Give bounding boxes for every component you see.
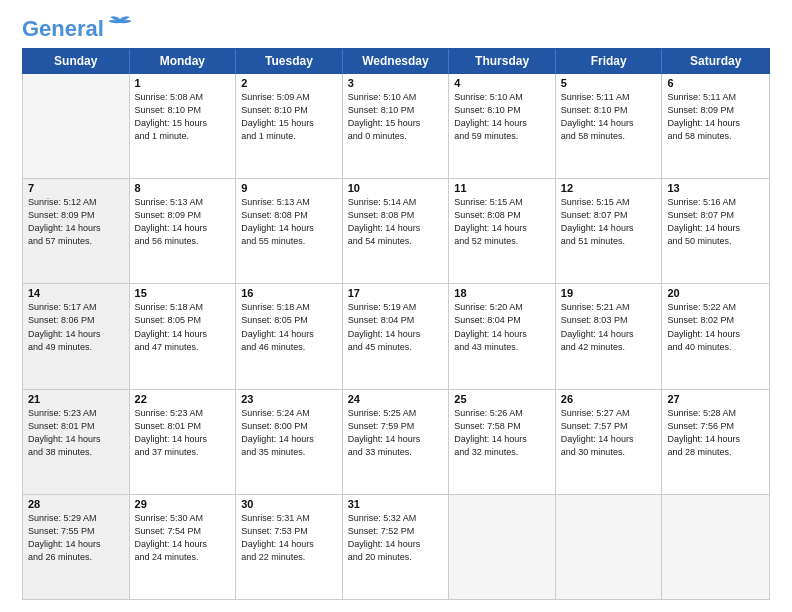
day-number: 9 <box>241 182 337 194</box>
cell-info: Sunrise: 5:29 AM Sunset: 7:55 PM Dayligh… <box>28 512 124 564</box>
calendar-row: 7Sunrise: 5:12 AM Sunset: 8:09 PM Daylig… <box>23 179 769 284</box>
cell-info: Sunrise: 5:17 AM Sunset: 8:06 PM Dayligh… <box>28 301 124 353</box>
day-number: 29 <box>135 498 231 510</box>
day-number: 23 <box>241 393 337 405</box>
day-number: 5 <box>561 77 657 89</box>
cell-info: Sunrise: 5:18 AM Sunset: 8:05 PM Dayligh… <box>135 301 231 353</box>
calendar-cell: 19Sunrise: 5:21 AM Sunset: 8:03 PM Dayli… <box>556 284 663 388</box>
cell-info: Sunrise: 5:26 AM Sunset: 7:58 PM Dayligh… <box>454 407 550 459</box>
day-number: 15 <box>135 287 231 299</box>
calendar-cell: 17Sunrise: 5:19 AM Sunset: 8:04 PM Dayli… <box>343 284 450 388</box>
calendar-cell: 28Sunrise: 5:29 AM Sunset: 7:55 PM Dayli… <box>23 495 130 599</box>
calendar-cell: 20Sunrise: 5:22 AM Sunset: 8:02 PM Dayli… <box>662 284 769 388</box>
logo-text: General <box>22 18 104 40</box>
day-number: 14 <box>28 287 124 299</box>
logo: General <box>22 18 134 38</box>
cell-info: Sunrise: 5:15 AM Sunset: 8:08 PM Dayligh… <box>454 196 550 248</box>
calendar-cell: 12Sunrise: 5:15 AM Sunset: 8:07 PM Dayli… <box>556 179 663 283</box>
calendar-row: 1Sunrise: 5:08 AM Sunset: 8:10 PM Daylig… <box>23 74 769 179</box>
calendar-cell: 10Sunrise: 5:14 AM Sunset: 8:08 PM Dayli… <box>343 179 450 283</box>
day-number: 22 <box>135 393 231 405</box>
cell-info: Sunrise: 5:08 AM Sunset: 8:10 PM Dayligh… <box>135 91 231 143</box>
calendar-row: 14Sunrise: 5:17 AM Sunset: 8:06 PM Dayli… <box>23 284 769 389</box>
day-number: 13 <box>667 182 764 194</box>
cell-info: Sunrise: 5:12 AM Sunset: 8:09 PM Dayligh… <box>28 196 124 248</box>
cell-info: Sunrise: 5:27 AM Sunset: 7:57 PM Dayligh… <box>561 407 657 459</box>
day-number: 30 <box>241 498 337 510</box>
calendar-cell <box>662 495 769 599</box>
cell-info: Sunrise: 5:31 AM Sunset: 7:53 PM Dayligh… <box>241 512 337 564</box>
calendar-cell: 5Sunrise: 5:11 AM Sunset: 8:10 PM Daylig… <box>556 74 663 178</box>
day-number: 10 <box>348 182 444 194</box>
calendar-cell: 7Sunrise: 5:12 AM Sunset: 8:09 PM Daylig… <box>23 179 130 283</box>
weekday-header: Sunday <box>23 49 130 73</box>
calendar-cell: 25Sunrise: 5:26 AM Sunset: 7:58 PM Dayli… <box>449 390 556 494</box>
weekday-header: Tuesday <box>236 49 343 73</box>
day-number: 27 <box>667 393 764 405</box>
cell-info: Sunrise: 5:10 AM Sunset: 8:10 PM Dayligh… <box>454 91 550 143</box>
calendar-cell: 15Sunrise: 5:18 AM Sunset: 8:05 PM Dayli… <box>130 284 237 388</box>
calendar: SundayMondayTuesdayWednesdayThursdayFrid… <box>22 48 770 600</box>
day-number: 28 <box>28 498 124 510</box>
calendar-cell: 4Sunrise: 5:10 AM Sunset: 8:10 PM Daylig… <box>449 74 556 178</box>
weekday-header: Thursday <box>449 49 556 73</box>
weekday-header: Monday <box>130 49 237 73</box>
cell-info: Sunrise: 5:15 AM Sunset: 8:07 PM Dayligh… <box>561 196 657 248</box>
cell-info: Sunrise: 5:22 AM Sunset: 8:02 PM Dayligh… <box>667 301 764 353</box>
cell-info: Sunrise: 5:13 AM Sunset: 8:08 PM Dayligh… <box>241 196 337 248</box>
calendar-cell: 22Sunrise: 5:23 AM Sunset: 8:01 PM Dayli… <box>130 390 237 494</box>
cell-info: Sunrise: 5:16 AM Sunset: 8:07 PM Dayligh… <box>667 196 764 248</box>
cell-info: Sunrise: 5:23 AM Sunset: 8:01 PM Dayligh… <box>28 407 124 459</box>
calendar-cell <box>449 495 556 599</box>
cell-info: Sunrise: 5:13 AM Sunset: 8:09 PM Dayligh… <box>135 196 231 248</box>
day-number: 2 <box>241 77 337 89</box>
page: General SundayMondayTuesdayWednesdayThur… <box>0 0 792 612</box>
day-number: 24 <box>348 393 444 405</box>
day-number: 6 <box>667 77 764 89</box>
logo-bird-icon <box>106 15 134 35</box>
day-number: 11 <box>454 182 550 194</box>
day-number: 21 <box>28 393 124 405</box>
calendar-cell: 16Sunrise: 5:18 AM Sunset: 8:05 PM Dayli… <box>236 284 343 388</box>
day-number: 31 <box>348 498 444 510</box>
day-number: 1 <box>135 77 231 89</box>
cell-info: Sunrise: 5:32 AM Sunset: 7:52 PM Dayligh… <box>348 512 444 564</box>
calendar-cell <box>23 74 130 178</box>
calendar-cell: 30Sunrise: 5:31 AM Sunset: 7:53 PM Dayli… <box>236 495 343 599</box>
cell-info: Sunrise: 5:21 AM Sunset: 8:03 PM Dayligh… <box>561 301 657 353</box>
header: General <box>22 18 770 38</box>
calendar-cell: 1Sunrise: 5:08 AM Sunset: 8:10 PM Daylig… <box>130 74 237 178</box>
cell-info: Sunrise: 5:18 AM Sunset: 8:05 PM Dayligh… <box>241 301 337 353</box>
cell-info: Sunrise: 5:25 AM Sunset: 7:59 PM Dayligh… <box>348 407 444 459</box>
weekday-header: Saturday <box>662 49 769 73</box>
cell-info: Sunrise: 5:20 AM Sunset: 8:04 PM Dayligh… <box>454 301 550 353</box>
cell-info: Sunrise: 5:24 AM Sunset: 8:00 PM Dayligh… <box>241 407 337 459</box>
calendar-cell: 29Sunrise: 5:30 AM Sunset: 7:54 PM Dayli… <box>130 495 237 599</box>
cell-info: Sunrise: 5:14 AM Sunset: 8:08 PM Dayligh… <box>348 196 444 248</box>
day-number: 26 <box>561 393 657 405</box>
cell-info: Sunrise: 5:09 AM Sunset: 8:10 PM Dayligh… <box>241 91 337 143</box>
weekday-header: Friday <box>556 49 663 73</box>
calendar-header: SundayMondayTuesdayWednesdayThursdayFrid… <box>22 48 770 74</box>
calendar-cell: 31Sunrise: 5:32 AM Sunset: 7:52 PM Dayli… <box>343 495 450 599</box>
calendar-cell: 27Sunrise: 5:28 AM Sunset: 7:56 PM Dayli… <box>662 390 769 494</box>
calendar-cell: 13Sunrise: 5:16 AM Sunset: 8:07 PM Dayli… <box>662 179 769 283</box>
cell-info: Sunrise: 5:23 AM Sunset: 8:01 PM Dayligh… <box>135 407 231 459</box>
day-number: 25 <box>454 393 550 405</box>
cell-info: Sunrise: 5:11 AM Sunset: 8:09 PM Dayligh… <box>667 91 764 143</box>
calendar-cell: 9Sunrise: 5:13 AM Sunset: 8:08 PM Daylig… <box>236 179 343 283</box>
calendar-body: 1Sunrise: 5:08 AM Sunset: 8:10 PM Daylig… <box>22 74 770 600</box>
calendar-cell: 11Sunrise: 5:15 AM Sunset: 8:08 PM Dayli… <box>449 179 556 283</box>
day-number: 8 <box>135 182 231 194</box>
calendar-cell: 26Sunrise: 5:27 AM Sunset: 7:57 PM Dayli… <box>556 390 663 494</box>
weekday-header: Wednesday <box>343 49 450 73</box>
day-number: 17 <box>348 287 444 299</box>
calendar-cell: 14Sunrise: 5:17 AM Sunset: 8:06 PM Dayli… <box>23 284 130 388</box>
day-number: 7 <box>28 182 124 194</box>
cell-info: Sunrise: 5:10 AM Sunset: 8:10 PM Dayligh… <box>348 91 444 143</box>
calendar-row: 21Sunrise: 5:23 AM Sunset: 8:01 PM Dayli… <box>23 390 769 495</box>
calendar-cell: 3Sunrise: 5:10 AM Sunset: 8:10 PM Daylig… <box>343 74 450 178</box>
day-number: 4 <box>454 77 550 89</box>
day-number: 18 <box>454 287 550 299</box>
day-number: 19 <box>561 287 657 299</box>
